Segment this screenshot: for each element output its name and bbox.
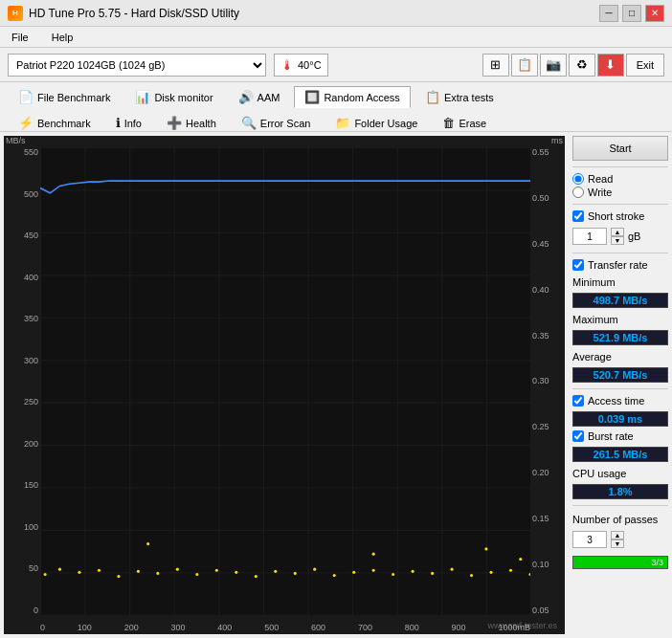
tab-health[interactable]: ➕ Health (156, 112, 227, 134)
write-radio[interactable] (572, 187, 584, 198)
y-label-400: 400 (6, 273, 38, 282)
burst-rate-checkbox[interactable] (572, 430, 584, 442)
minimize-button[interactable]: ─ (599, 5, 618, 22)
tab-benchmark-label: Benchmark (37, 118, 91, 129)
svg-point-25 (490, 571, 493, 574)
tab-erase[interactable]: 🗑 Erase (432, 112, 497, 134)
exit-button[interactable]: Exit (626, 54, 664, 77)
y-right-030: 0.30 (532, 376, 563, 385)
minimum-value: 498.7 MB/s (572, 293, 668, 308)
disk-monitor-icon: 📊 (135, 90, 150, 104)
x-label-900: 900 (452, 623, 466, 632)
passes-stepper-row: ▲ ▼ (572, 531, 668, 548)
tab-error-scan[interactable]: 🔍 Error Scan (231, 112, 322, 134)
short-stroke-label: Short stroke (588, 210, 644, 222)
svg-point-5 (98, 569, 101, 572)
y-label-350: 350 (6, 314, 38, 323)
start-button[interactable]: Start (572, 136, 668, 161)
title-bar-left: H HD Tune Pro 5.75 - Hard Disk/SSD Utili… (8, 6, 239, 21)
passes-up[interactable]: ▲ (611, 531, 624, 539)
read-radio[interactable] (572, 173, 584, 185)
short-stroke-stepper-btns: ▲ ▼ (611, 228, 624, 245)
write-radio-row: Write (572, 187, 668, 198)
short-stroke-up[interactable]: ▲ (611, 228, 624, 236)
tab-benchmark[interactable]: ⚡ Benchmark (8, 112, 101, 134)
svg-point-3 (58, 568, 61, 571)
tab-file-benchmark-label: File Benchmark (37, 92, 110, 103)
tab-extra-tests[interactable]: 📋 Extra tests (414, 86, 504, 108)
access-time-checkbox[interactable] (572, 395, 584, 407)
tab-folder-usage[interactable]: 📁 Folder Usage (325, 112, 428, 134)
tab-random-access[interactable]: 🔲 Random Access (294, 86, 410, 108)
title-controls: ─ □ ✕ (599, 5, 664, 22)
tab-error-scan-label: Error Scan (260, 118, 311, 129)
tab-health-label: Health (186, 118, 216, 129)
tab-file-benchmark[interactable]: 📄 File Benchmark (8, 86, 121, 108)
svg-point-17 (333, 574, 336, 577)
svg-point-11 (215, 569, 218, 572)
y-right-025: 0.25 (532, 422, 563, 431)
y-right-010: 0.10 (532, 560, 563, 569)
thermometer-icon: 🌡 (280, 57, 294, 73)
y-right-015: 0.15 (532, 514, 563, 523)
passes-input[interactable] (572, 531, 607, 548)
main-content: MB/s ms 550 500 450 400 350 300 250 200 … (0, 132, 672, 638)
svg-point-21 (412, 570, 414, 573)
y-label-300: 300 (6, 356, 38, 365)
svg-point-30 (484, 547, 487, 550)
info-icon: ℹ (116, 116, 121, 130)
aam-icon: 🔊 (238, 90, 254, 104)
window-title: HD Tune Pro 5.75 - Hard Disk/SSD Utility (29, 7, 239, 20)
tab-folder-usage-label: Folder Usage (354, 118, 417, 129)
chart-svg (40, 147, 530, 615)
tab-disk-monitor[interactable]: 📊 Disk monitor (124, 86, 223, 108)
x-label-800: 800 (405, 623, 419, 632)
svg-rect-1 (40, 147, 530, 615)
disk-selector[interactable]: Patriot P220 1024GB (1024 gB) (8, 54, 266, 77)
access-time-value: 0.039 ms (572, 411, 668, 427)
svg-point-14 (274, 570, 277, 573)
y-right-035: 0.35 (532, 331, 563, 341)
short-stroke-down[interactable]: ▼ (611, 236, 624, 245)
svg-point-26 (509, 569, 512, 572)
read-write-group: Read Write (572, 173, 668, 198)
toolbar-btn-3[interactable]: 📷 (540, 54, 567, 77)
toolbar-btn-2[interactable]: 📋 (511, 54, 538, 77)
tab-erase-label: Erase (459, 118, 486, 129)
svg-point-7 (137, 570, 140, 573)
transfer-rate-checkbox[interactable] (572, 259, 584, 271)
y-right-005: 0.05 (532, 605, 563, 615)
passes-down[interactable]: ▼ (611, 539, 624, 548)
x-label-400: 400 (217, 623, 232, 632)
y-right-055: 0.55 (532, 147, 563, 157)
y-label-450: 450 (6, 231, 38, 240)
benchmark-icon: ⚡ (18, 116, 34, 130)
y-label-0: 0 (6, 605, 38, 615)
close-button[interactable]: ✕ (645, 5, 664, 22)
svg-point-28 (146, 542, 149, 545)
extra-tests-icon: 📋 (425, 90, 440, 104)
y-label-200: 200 (6, 439, 38, 449)
y-right-040: 0.40 (532, 285, 563, 295)
erase-icon: 🗑 (442, 116, 455, 130)
toolbar-btn-1[interactable]: ⊞ (482, 54, 509, 77)
tab-aam[interactable]: 🔊 AAM (228, 86, 291, 108)
svg-point-22 (431, 572, 434, 575)
menu-help[interactable]: Help (48, 31, 78, 44)
y-right-050: 0.50 (532, 193, 563, 203)
app-icon: H (8, 6, 23, 21)
side-panel: Start Read Write Short stroke ▲ (569, 132, 672, 638)
toolbar-btn-5[interactable]: ⬇ (597, 54, 624, 77)
error-scan-icon: 🔍 (241, 116, 257, 130)
read-label: Read (588, 173, 613, 185)
y-label-150: 150 (6, 480, 38, 490)
menu-file[interactable]: File (8, 31, 33, 44)
tab-info[interactable]: ℹ Info (105, 112, 152, 134)
transfer-rate-label: Transfer rate (588, 259, 648, 271)
short-stroke-input[interactable] (572, 228, 607, 245)
toolbar-btn-4[interactable]: ♻ (569, 54, 595, 77)
cpu-usage-label: CPU usage (572, 468, 668, 479)
maximize-button[interactable]: □ (622, 5, 641, 22)
short-stroke-checkbox[interactable] (572, 210, 584, 222)
cpu-usage-value: 1.8% (572, 484, 668, 499)
